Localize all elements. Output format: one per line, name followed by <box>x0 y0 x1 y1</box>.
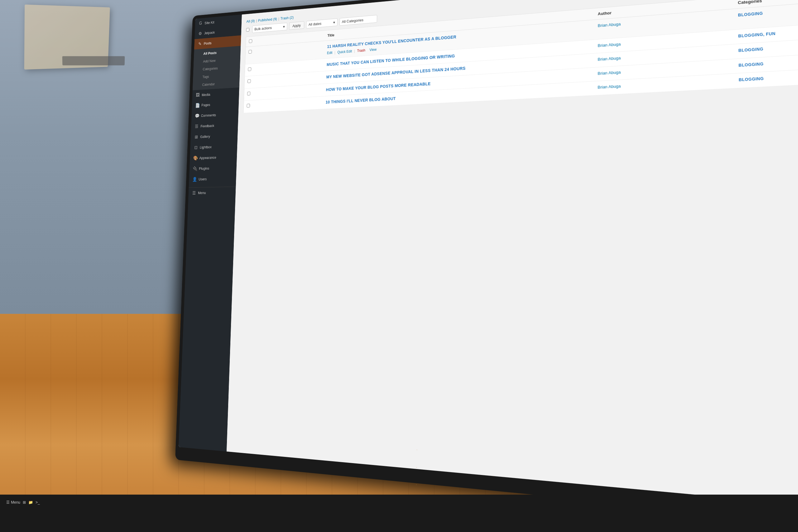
posts-table: Title Author Categories 11 HARSH REALITY… <box>243 0 798 113</box>
post-author[interactable]: Brian Abuga <box>597 21 621 28</box>
category-filter-label: All Categories <box>342 18 363 24</box>
taskbar-terminal-icon[interactable]: >_ <box>36 500 40 505</box>
sidebar-item-comments-label: Comments <box>201 113 216 117</box>
taskbar-inner: ☰ Menu ⊞ 📁 >_ <box>0 495 798 510</box>
post-category[interactable]: BLOGGING <box>739 47 763 53</box>
desk-tray <box>62 56 125 65</box>
sidebar-item-lightbox-label: Lightbox <box>200 145 212 149</box>
appearance-icon: 🎨 <box>193 155 197 161</box>
date-filter-chevron-icon: ▾ <box>333 20 335 25</box>
taskbar-menu-label: Menu <box>11 500 20 505</box>
users-icon: 👤 <box>192 177 197 182</box>
post-author[interactable]: Brian Abuga <box>597 56 621 62</box>
post-checkbox-3[interactable] <box>247 79 251 83</box>
site-kit-icon: G <box>198 21 203 26</box>
sidebar-item-appearance-label: Appearance <box>199 155 216 160</box>
post-author[interactable]: Brian Abuga <box>597 70 621 76</box>
filter-sep-2: | <box>278 17 279 21</box>
post-action-trash[interactable]: Trash <box>357 48 365 53</box>
media-icon: 🖼 <box>195 93 200 98</box>
category-filter-dropdown[interactable]: All Categories <box>340 15 377 26</box>
post-action-quick-edit[interactable]: Quick Edit <box>337 49 352 54</box>
lightbox-icon: ⊡ <box>194 145 198 150</box>
feedback-icon: ☰ <box>194 124 198 129</box>
date-filter-dropdown[interactable]: All dates ▾ <box>306 18 338 29</box>
post-author[interactable]: Brian Abuga <box>597 41 621 48</box>
sidebar-item-gallery-label: Gallery <box>200 134 210 139</box>
jetpack-icon: ⚙ <box>198 31 202 36</box>
post-action-separator: | <box>335 51 336 55</box>
post-checkbox-1[interactable] <box>248 50 252 54</box>
bulk-actions-label: Bulk actions <box>254 25 272 31</box>
filter-sep-1: | <box>256 19 257 23</box>
sidebar-item-posts-label: Posts <box>204 41 211 45</box>
post-category[interactable]: BLOGGING <box>739 76 764 82</box>
sidebar-item-media-label: Media <box>202 92 210 97</box>
taskbar-windows-icon[interactable]: ⊞ <box>23 500 26 505</box>
post-category[interactable]: BLOGGING <box>738 11 763 17</box>
bulk-actions-chevron-icon: ▾ <box>283 25 285 29</box>
taskbar-files-icon[interactable]: 📁 <box>28 500 33 505</box>
bulk-actions-dropdown[interactable]: Bulk actions ▾ <box>252 23 287 33</box>
post-author[interactable]: Brian Abuga <box>597 84 621 90</box>
sidebar-item-pages-label: Pages <box>202 102 210 107</box>
sidebar-item-lightbox[interactable]: ⊡ Lightbox <box>190 140 238 153</box>
monitor-frame: G Site Kit ⚙ Jetpack ✎ Posts All Posts A… <box>175 0 798 532</box>
post-checkbox-2[interactable] <box>248 67 251 71</box>
sidebar-item-plugins[interactable]: 🔌 Plugins <box>189 162 236 174</box>
sidebar-item-users-label: Users <box>198 177 207 182</box>
post-category[interactable]: BLOGGING, FUN <box>738 31 776 38</box>
menu-icon: ☰ <box>192 190 196 196</box>
sidebar-item-users[interactable]: 👤 Users <box>189 173 236 185</box>
pages-icon: 📄 <box>195 103 200 108</box>
all-posts-label: All Posts <box>203 51 217 56</box>
post-checkbox-4[interactable] <box>247 92 251 95</box>
sidebar-item-menu-label: Menu <box>198 191 206 195</box>
main-content: All (9) | Published (9) | Trash (2) Bulk… <box>227 0 798 515</box>
taskbar: ☰ Menu ⊞ 📁 >_ <box>0 495 798 532</box>
post-category[interactable]: BLOGGING <box>739 62 763 68</box>
tags-label: Tags <box>202 75 209 79</box>
gallery-icon: ⊞ <box>194 134 198 140</box>
filter-published[interactable]: Published (9) <box>258 17 277 23</box>
apply-button[interactable]: Apply <box>289 21 304 30</box>
plugins-icon: 🔌 <box>193 166 197 171</box>
sidebar-item-menu[interactable]: ☰ Menu <box>188 187 236 198</box>
categories-label: Categories <box>203 66 217 71</box>
sidebar-item-jetpack-label: Jetpack <box>204 30 215 35</box>
date-filter-label: All dates <box>308 21 321 27</box>
posts-icon: ✎ <box>197 41 202 46</box>
monitor-screen: G Site Kit ⚙ Jetpack ✎ Posts All Posts A… <box>178 0 798 515</box>
post-action-edit[interactable]: Edit <box>327 51 332 55</box>
add-new-label: Add New <box>203 59 216 63</box>
post-action-separator: | <box>354 49 355 53</box>
filter-all[interactable]: All (9) <box>246 19 255 23</box>
filter-trash[interactable]: Trash (2) <box>281 15 294 21</box>
posts-submenu: All Posts Add New Categories Tags Calend… <box>193 46 241 90</box>
comments-icon: 💬 <box>195 113 199 118</box>
post-action-view[interactable]: View <box>369 48 377 52</box>
sidebar-item-site-kit-label: Site Kit <box>205 20 214 25</box>
taskbar-menu-button[interactable]: ☰ Menu <box>6 500 20 505</box>
select-all-checkbox[interactable] <box>246 28 249 32</box>
sidebar-item-appearance[interactable]: 🎨 Appearance <box>190 151 237 164</box>
post-checkbox-5[interactable] <box>247 104 250 108</box>
calendar-label: Calendar <box>202 82 215 87</box>
sidebar-item-plugins-label: Plugins <box>199 166 209 170</box>
wp-content-area: All (9) | Published (9) | Trash (2) Bulk… <box>227 0 798 515</box>
header-checkbox[interactable] <box>249 39 252 43</box>
sidebar-item-feedback-label: Feedback <box>201 124 214 128</box>
